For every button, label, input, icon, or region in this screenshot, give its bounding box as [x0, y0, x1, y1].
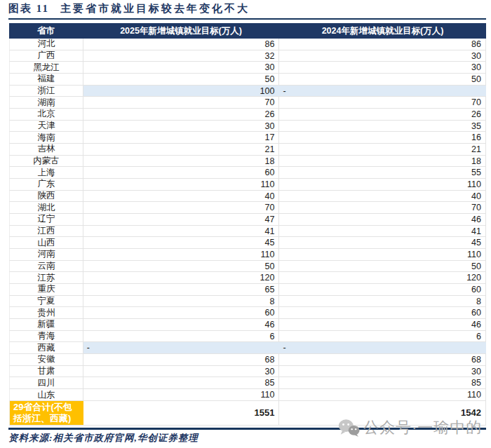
value-2025-cell: 60 — [83, 307, 280, 318]
value-2025-cell: 17 — [83, 132, 280, 143]
table-row: 北京 26 26 — [9, 109, 486, 121]
table-row: 四川 85 85 — [9, 377, 486, 389]
figure-title: 图表 11主要省市就业目标较去年变化不大 — [8, 2, 250, 15]
province-cell: 甘肃 — [10, 366, 83, 377]
value-2025-cell: 50 — [83, 261, 280, 272]
province-cell: 上海 — [10, 167, 83, 178]
province-cell: 山西 — [10, 237, 83, 248]
value-2024-cell: 8 — [279, 296, 486, 307]
value-2024-cell: 68 — [279, 354, 486, 365]
table-row: 山东 110 110 — [9, 389, 486, 401]
value-2024-cell: 30 — [279, 62, 486, 73]
table-row: 福建 50 50 — [9, 74, 486, 86]
value-2025-cell: 30 — [83, 121, 280, 132]
value-2025-cell: 46 — [83, 319, 280, 330]
table-row: 河北 86 86 — [9, 39, 486, 50]
table-row: 安徽 68 68 — [9, 354, 486, 366]
table-row: 广东 110 110 — [9, 179, 486, 191]
value-2025-cell: 86 — [83, 39, 280, 50]
value-2025-cell: 110 — [83, 179, 280, 190]
table-header-row: 省市 2025年新增城镇就业目标(万人) 2024年新增城镇就业目标(万人) — [9, 23, 486, 39]
value-2024-cell: 120 — [279, 272, 486, 283]
value-2025-cell: 40 — [83, 191, 280, 202]
table-row: 宁夏 8 8 — [9, 296, 486, 308]
table-row: 河南 110 110 — [9, 249, 486, 261]
value-2024-cell: 110 — [279, 249, 486, 260]
value-2025-cell: 110 — [83, 249, 280, 260]
value-2024-cell: 41 — [279, 226, 486, 237]
table-row: 内蒙古 18 18 — [9, 156, 486, 168]
province-cell: 海南 — [10, 132, 83, 143]
province-cell: 湖北 — [10, 202, 83, 213]
value-2025-cell: 8 — [83, 296, 280, 307]
table-row: 新疆 46 46 — [9, 319, 486, 331]
value-2025-cell: 6 — [83, 331, 280, 342]
value-2025-cell: 70 — [83, 202, 280, 213]
value-2025-cell: 100 — [83, 86, 280, 97]
total-row-label: 29省合计(不包括浙江、西藏) — [10, 401, 83, 425]
value-2025-cell: 120 — [83, 272, 280, 283]
table-row: 海南 17 16 — [9, 132, 486, 144]
value-2024-cell: 110 — [279, 389, 486, 400]
watermark: 公众号·一瑜中的 — [338, 417, 482, 438]
value-2024-cell: 50 — [279, 261, 486, 272]
province-cell: 辽宁 — [10, 214, 83, 225]
value-2025-cell: 18 — [83, 156, 280, 167]
value-2024-cell: 16 — [279, 132, 486, 143]
province-cell: 内蒙古 — [10, 156, 83, 167]
value-2024-cell: 30 — [279, 50, 486, 62]
table-row: 陕西 40 40 — [9, 191, 486, 203]
table-row: 湖南 70 70 — [9, 97, 486, 109]
table-row: 西藏 - - — [9, 342, 486, 354]
province-cell: 北京 — [10, 109, 83, 120]
value-2025-cell: 70 — [83, 97, 280, 108]
watermark-text: 公众号·一瑜中的 — [363, 417, 482, 438]
table-row: 湖北 70 70 — [9, 202, 486, 214]
total-2025-value: 1551 — [83, 401, 280, 425]
value-2024-cell: 70 — [279, 97, 486, 108]
province-cell: 安徽 — [10, 354, 83, 365]
value-2025-cell: 50 — [83, 74, 280, 85]
value-2024-cell: 110 — [279, 179, 486, 190]
province-cell: 贵州 — [10, 307, 83, 318]
source-note: 资料来源:相关省市政府官网,华创证券整理 — [8, 432, 199, 444]
province-cell: 新疆 — [10, 319, 83, 330]
province-cell: 宁夏 — [10, 296, 83, 307]
province-cell: 青海 — [10, 331, 83, 342]
table-row: 黑龙江 30 30 — [9, 62, 486, 74]
table-row: 江西 41 41 — [9, 226, 486, 238]
value-2024-cell: 85 — [279, 377, 486, 388]
value-2025-cell: 30 — [83, 366, 280, 377]
value-2024-cell: 55 — [279, 167, 486, 178]
value-2024-cell: 45 — [279, 237, 486, 248]
province-cell: 云南 — [10, 261, 83, 272]
column-header-2024-target: 2024年新增城镇就业目标(万人) — [279, 25, 486, 37]
value-2024-cell: 6 — [279, 331, 486, 342]
value-2024-cell: 26 — [279, 109, 486, 120]
value-2025-cell: 21 — [83, 144, 280, 155]
table-body: 河北 86 86 广西 32 30 黑龙江 30 30 福建 50 50 浙江 … — [9, 39, 486, 401]
value-2024-cell: 35 — [279, 121, 486, 132]
employment-targets-table: 省市 2025年新增城镇就业目标(万人) 2024年新增城镇就业目标(万人) 河… — [9, 23, 486, 426]
value-2025-cell: 47 — [83, 214, 280, 225]
province-cell: 福建 — [10, 74, 83, 85]
value-2024-cell: 60 — [279, 307, 486, 318]
province-cell: 黑龙江 — [10, 62, 83, 73]
table-row: 贵州 60 60 — [9, 307, 486, 319]
value-2024-cell: 46 — [279, 214, 486, 225]
province-cell: 广东 — [10, 179, 83, 190]
province-cell: 江西 — [10, 226, 83, 237]
value-2024-cell: 50 — [279, 74, 486, 85]
value-2025-cell: 32 — [83, 50, 280, 62]
value-2024-cell: - — [279, 342, 486, 353]
figure-label: 图表 11 — [8, 3, 49, 14]
table-row: 吉林 21 21 — [9, 144, 486, 156]
value-2024-cell: 21 — [279, 144, 486, 155]
column-header-2025-target: 2025年新增城镇就业目标(万人) — [83, 25, 279, 37]
value-2025-cell: 60 — [83, 167, 280, 178]
province-cell: 陕西 — [10, 191, 83, 202]
province-cell: 吉林 — [10, 144, 83, 155]
province-cell: 河北 — [10, 39, 83, 50]
value-2025-cell: 65 — [83, 284, 280, 295]
value-2024-cell: 70 — [279, 202, 486, 213]
